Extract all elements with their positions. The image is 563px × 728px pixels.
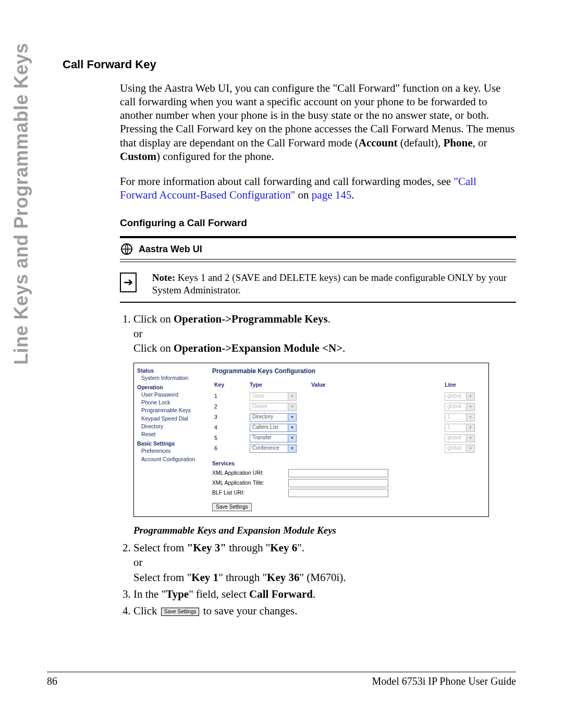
- chevron-down-icon: ▼: [288, 393, 296, 400]
- step-2: Select from "Key 3" through "Key 6". or …: [133, 541, 516, 584]
- footer-rule: [47, 672, 516, 672]
- sidebar-item-directory[interactable]: Directory: [141, 423, 204, 430]
- sidebar-item-account-config[interactable]: Account Configuration: [141, 455, 204, 463]
- xml-uri-input[interactable]: [288, 469, 388, 477]
- sidebar-status-header[interactable]: Status: [137, 367, 204, 374]
- doc-title: Model 6753i IP Phone User Guide: [372, 675, 516, 687]
- cell-key-4: 4: [212, 423, 248, 433]
- type-select-4-value: Callers List: [252, 424, 278, 431]
- xml-title-input[interactable]: [288, 479, 388, 487]
- webui-sidebar: Status System Information Operation User…: [134, 363, 207, 517]
- line-select-3-value: 1: [447, 414, 450, 421]
- col-header-type: Type: [248, 380, 309, 391]
- step2-bold-key3: "Key 3": [187, 541, 226, 554]
- sidebar-item-user-password[interactable]: User Password: [141, 391, 204, 399]
- step3-text-c: " field, select: [189, 588, 249, 600]
- sidebar-item-programmable-keys[interactable]: Programmable Keys: [141, 406, 204, 414]
- inline-save-settings-button[interactable]: Save Settings: [161, 608, 200, 616]
- step2-text-f: Select from ": [133, 571, 191, 584]
- panel-title: Programmable Keys Configuration: [212, 367, 483, 375]
- step2-or: or: [133, 556, 516, 569]
- step2-bold-key36: Key 36: [267, 571, 299, 584]
- line-select-3: 1▼: [445, 413, 475, 422]
- page-footer: 86 Model 6753i IP Phone User Guide: [0, 672, 563, 687]
- note-block: ➔ Note: Keys 1 and 2 (SAVE and DELETE ke…: [120, 272, 516, 297]
- p1-bold-custom: Custom: [120, 150, 156, 163]
- table-row: 3 Directory▼ 1▼: [212, 412, 483, 423]
- intro-paragraph-2: For more information about call forwardi…: [120, 175, 516, 202]
- table-row: 1 Save▼ global▼: [212, 391, 483, 402]
- webui-main-panel: Programmable Keys Configuration Key Type…: [207, 363, 488, 517]
- step1-line2: Click on Operation->Expansion Module <N>…: [133, 341, 516, 355]
- step2-text-h: " through ": [218, 571, 267, 584]
- p2-text-a: For more information about call forwardi…: [120, 175, 454, 188]
- sidebar-basic-header[interactable]: Basic Settings: [137, 440, 204, 447]
- line-select-4: 1▼: [445, 424, 475, 432]
- xml-title-label: XML Application Title:: [212, 479, 285, 486]
- webui-header-bar: Aastra Web UI: [120, 236, 516, 260]
- sidebar-operation-header[interactable]: Operation: [137, 384, 204, 391]
- divider-rule-thick: [120, 302, 516, 303]
- line-select-5-value: global: [447, 435, 461, 441]
- sidebar-item-phone-lock[interactable]: Phone Lock: [141, 399, 204, 406]
- step1-text-c: .: [328, 313, 331, 325]
- sidebar-item-preferences[interactable]: Preferences: [141, 447, 204, 455]
- chevron-down-icon: ▼: [466, 393, 474, 400]
- cell-key-3: 3: [212, 412, 248, 423]
- step2-text-j: " (M670i).: [300, 571, 346, 584]
- step3-text-e: .: [313, 588, 315, 600]
- divider-rule: [120, 262, 516, 262]
- step4-text-b: to save your changes.: [200, 604, 297, 617]
- cell-key-2: 2: [212, 402, 248, 412]
- sidebar-item-reset[interactable]: Reset: [141, 430, 204, 438]
- chevron-down-icon: ▼: [466, 403, 474, 411]
- type-select-5[interactable]: Transfer▼: [250, 434, 297, 442]
- line-select-6-value: global: [447, 445, 461, 452]
- save-settings-button[interactable]: Save Settings: [212, 503, 252, 512]
- step-4: Click Save Settings to save your changes…: [133, 604, 516, 618]
- type-select-3-value: Directory: [252, 414, 273, 421]
- subsection-heading: Configuring a Call Forward: [120, 217, 516, 229]
- type-select-6-value: Conference: [252, 445, 279, 452]
- steps-list: Click on Operation->Programmable Keys. o…: [120, 312, 516, 355]
- intro-paragraph-1: Using the Aastra Web UI, you can configu…: [120, 81, 516, 164]
- link-page-145[interactable]: page 145: [312, 189, 351, 201]
- blf-label: BLF List URI:: [212, 489, 285, 496]
- chevron-down-icon: ▼: [288, 435, 296, 442]
- step1-text-f: .: [342, 342, 345, 354]
- sidebar-item-keypad-speed-dial[interactable]: Keypad Speed Dial: [141, 415, 204, 423]
- type-select-2: Delete▼: [250, 403, 297, 411]
- chevron-down-icon: ▼: [466, 414, 474, 421]
- p1-bold-account: Account: [359, 137, 398, 149]
- step2-text-e: ".: [297, 541, 304, 554]
- webui-screenshot: Status System Information Operation User…: [133, 363, 489, 517]
- col-header-key: Key: [212, 380, 248, 391]
- note-arrow-icon: ➔: [120, 273, 137, 292]
- sidebar-item-sysinfo[interactable]: System Information: [141, 374, 204, 382]
- step2-text-c: through ": [226, 541, 270, 554]
- step3-bold-type: Type: [166, 588, 189, 600]
- chevron-down-icon: ▼: [288, 424, 296, 431]
- section-heading: Call Forward Key: [63, 57, 516, 72]
- chevron-down-icon: ▼: [288, 403, 296, 411]
- line-select-6: global▼: [445, 445, 475, 453]
- p2-text-b: on: [295, 189, 312, 201]
- type-select-4[interactable]: Callers List▼: [250, 424, 297, 432]
- page-number: 86: [47, 675, 57, 687]
- type-select-3[interactable]: Directory▼: [250, 413, 297, 422]
- webui-label: Aastra Web UI: [139, 243, 202, 255]
- figure-caption: Programmable Keys and Expansion Module K…: [133, 524, 516, 537]
- step-3: In the "Type" field, select Call Forward…: [133, 587, 516, 601]
- chevron-down-icon: ▼: [288, 445, 296, 452]
- services-label: Services: [212, 460, 483, 467]
- cell-key-1: 1: [212, 391, 248, 402]
- type-select-6[interactable]: Conference▼: [250, 445, 297, 453]
- table-row: 5 Transfer▼ global▼: [212, 433, 483, 443]
- type-select-1: Save▼: [250, 392, 297, 401]
- p1-text-c: (default),: [397, 137, 443, 149]
- step1-or: or: [133, 327, 516, 340]
- p2-text-c: .: [351, 189, 354, 201]
- blf-input[interactable]: [288, 489, 388, 497]
- table-row: 2 Delete▼ global▼: [212, 402, 483, 412]
- keys-table: Key Type Value Line 1 Save▼ global▼ 2 De…: [212, 380, 483, 454]
